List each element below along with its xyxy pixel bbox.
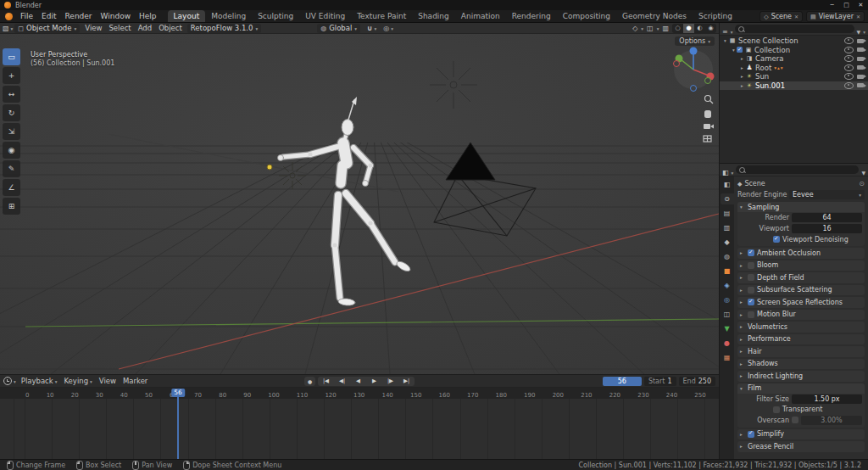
viewlayer-selector[interactable]: ViewLayer bbox=[806, 11, 865, 22]
workspace-tab[interactable]: Texture Paint bbox=[351, 10, 412, 22]
properties-search-input[interactable] bbox=[748, 166, 855, 174]
transparent-checkbox[interactable] bbox=[773, 406, 780, 413]
proportional-caret-icon[interactable] bbox=[391, 24, 393, 32]
scene-selector[interactable]: Scene bbox=[760, 11, 803, 22]
shading-material-button[interactable] bbox=[694, 24, 705, 33]
properties-section-header[interactable]: ▸ Depth of Field bbox=[737, 272, 865, 283]
viewport-denoising-checkbox[interactable] bbox=[773, 236, 780, 243]
outliner-row[interactable]: ▸ Sun bbox=[720, 72, 868, 81]
tab-physics[interactable] bbox=[721, 294, 734, 305]
disclosure-arrow-icon[interactable]: ▸ bbox=[739, 83, 745, 88]
section-checkbox[interactable] bbox=[748, 262, 754, 269]
overscan-checkbox[interactable] bbox=[792, 417, 798, 423]
gizmos-caret-icon[interactable] bbox=[641, 24, 643, 32]
rotate-tool[interactable] bbox=[3, 104, 20, 121]
properties-section-header[interactable]: ▸ Subsurface Scattering bbox=[737, 285, 865, 296]
workspace-tab[interactable]: Shading bbox=[412, 10, 455, 22]
overscan-field[interactable]: 3.00% bbox=[801, 416, 862, 425]
timeline-menu[interactable]: View bbox=[96, 377, 120, 385]
pan-view-button[interactable] bbox=[704, 110, 711, 118]
add-cube-tool[interactable] bbox=[3, 198, 20, 215]
outliner-editor-icon[interactable] bbox=[722, 23, 728, 37]
workspace-tab[interactable]: Scripting bbox=[693, 10, 738, 22]
workspace-tab[interactable]: Compositing bbox=[557, 10, 616, 22]
disclosure-arrow-icon[interactable]: ▸ bbox=[739, 74, 745, 79]
disable-in-renders-toggle[interactable] bbox=[857, 75, 864, 79]
transform-orientation-dropdown[interactable]: Global bbox=[317, 24, 360, 33]
timeline-editor-caret-icon[interactable] bbox=[14, 377, 16, 385]
disable-in-renders-toggle[interactable] bbox=[857, 83, 864, 87]
disclosure-arrow-icon[interactable]: ▸ bbox=[739, 56, 745, 61]
dopesheet-track-area[interactable] bbox=[0, 399, 719, 460]
properties-section-header[interactable]: ▸ Bloom bbox=[737, 260, 865, 271]
shading-solid-button[interactable] bbox=[683, 24, 694, 33]
properties-search[interactable] bbox=[736, 165, 859, 174]
pin-icon[interactable] bbox=[859, 180, 865, 187]
tab-modifiers[interactable] bbox=[721, 280, 734, 291]
film-section-header[interactable]: ▾ Film bbox=[737, 383, 865, 394]
viewport-samples-field[interactable]: 16 bbox=[792, 224, 862, 233]
tool-options-dropdown[interactable]: Options bbox=[675, 36, 715, 46]
filter-size-field[interactable]: 1.50 px bbox=[792, 394, 862, 404]
tab-view-layer[interactable] bbox=[721, 222, 734, 233]
render-engine-dropdown[interactable]: Eevee bbox=[789, 190, 865, 199]
workspace-tab[interactable]: Rendering bbox=[506, 10, 557, 22]
annotate-tool[interactable] bbox=[3, 160, 20, 177]
workspace-tab[interactable]: Modeling bbox=[205, 10, 252, 22]
overlays-caret-icon[interactable] bbox=[657, 24, 659, 32]
disable-in-renders-toggle[interactable] bbox=[857, 57, 864, 61]
play-reverse-button[interactable] bbox=[350, 377, 366, 386]
workspace-tab[interactable]: Geometry Nodes bbox=[616, 10, 693, 22]
render-samples-field[interactable]: 64 bbox=[792, 213, 862, 222]
disable-in-renders-toggle[interactable] bbox=[857, 39, 864, 43]
sun001-selected-handle[interactable] bbox=[267, 165, 272, 170]
menubar-menu[interactable]: Help bbox=[135, 10, 161, 22]
viewport-menu[interactable]: Add bbox=[135, 24, 155, 32]
menubar-menu[interactable]: Render bbox=[61, 10, 97, 22]
simplify-section-header[interactable]: ▸ Simplify bbox=[737, 429, 865, 440]
current-frame-field[interactable]: 56 bbox=[603, 377, 642, 386]
blender-app-menu-icon[interactable] bbox=[5, 13, 13, 20]
sampling-section-header[interactable]: ▾ Sampling bbox=[737, 202, 865, 212]
retopoflow-dropdown[interactable]: RetopoFlow 3.1.0 bbox=[187, 24, 261, 33]
hide-in-viewport-toggle[interactable] bbox=[844, 47, 854, 53]
tab-tool[interactable] bbox=[721, 179, 734, 190]
menubar-menu[interactable]: Window bbox=[97, 10, 136, 22]
play-button[interactable] bbox=[366, 377, 382, 386]
tab-render[interactable] bbox=[721, 193, 734, 204]
section-checkbox[interactable] bbox=[748, 299, 754, 305]
properties-section-header[interactable]: ▸ Motion Blur bbox=[737, 310, 865, 321]
minimize-button[interactable]: ─ bbox=[825, 0, 839, 10]
section-checkbox[interactable] bbox=[748, 287, 754, 294]
properties-section-header[interactable]: ▸ Volumetrics bbox=[737, 322, 865, 333]
disable-in-renders-toggle[interactable] bbox=[857, 65, 864, 70]
frame-ruler[interactable]: 0102030405060708090100110120130140150160… bbox=[0, 388, 719, 400]
next-keyframe-button[interactable] bbox=[382, 377, 398, 386]
shading-rendered-button[interactable] bbox=[705, 24, 716, 33]
workspace-tab[interactable]: Layout bbox=[168, 10, 206, 22]
proportional-editing-toggle[interactable] bbox=[383, 24, 389, 32]
viewport-menu[interactable]: Select bbox=[105, 24, 134, 32]
tab-world[interactable] bbox=[721, 251, 734, 262]
section-checkbox[interactable] bbox=[748, 274, 754, 281]
outliner-row[interactable]: ▾ Collection bbox=[720, 46, 868, 55]
disclosure-arrow-icon[interactable]: ▾ bbox=[722, 38, 728, 43]
timeline-menu[interactable]: Keying bbox=[60, 377, 95, 385]
editor-type-3d-viewport-icon[interactable] bbox=[3, 24, 9, 32]
workspace-tab[interactable]: Sculpting bbox=[252, 10, 299, 22]
hide-in-viewport-toggle[interactable] bbox=[844, 64, 854, 71]
xray-toggle[interactable] bbox=[662, 24, 669, 32]
disclosure-arrow-icon[interactable]: ▾ bbox=[731, 48, 737, 53]
timeline-menu[interactable]: Marker bbox=[120, 377, 151, 385]
menubar-menu[interactable]: File bbox=[16, 10, 37, 22]
tab-object[interactable] bbox=[721, 266, 734, 277]
section-checkbox[interactable] bbox=[748, 249, 754, 256]
cursor-tool[interactable] bbox=[3, 67, 20, 84]
hide-in-viewport-toggle[interactable] bbox=[844, 73, 854, 80]
scale-tool[interactable] bbox=[3, 123, 20, 140]
hide-in-viewport-toggle[interactable] bbox=[844, 82, 854, 89]
auto-keying-toggle[interactable] bbox=[304, 377, 315, 386]
workspace-tab[interactable]: UV Editing bbox=[299, 10, 351, 22]
tab-scene[interactable] bbox=[721, 237, 734, 248]
properties-section-header[interactable]: ▸ Shadows bbox=[737, 359, 865, 370]
